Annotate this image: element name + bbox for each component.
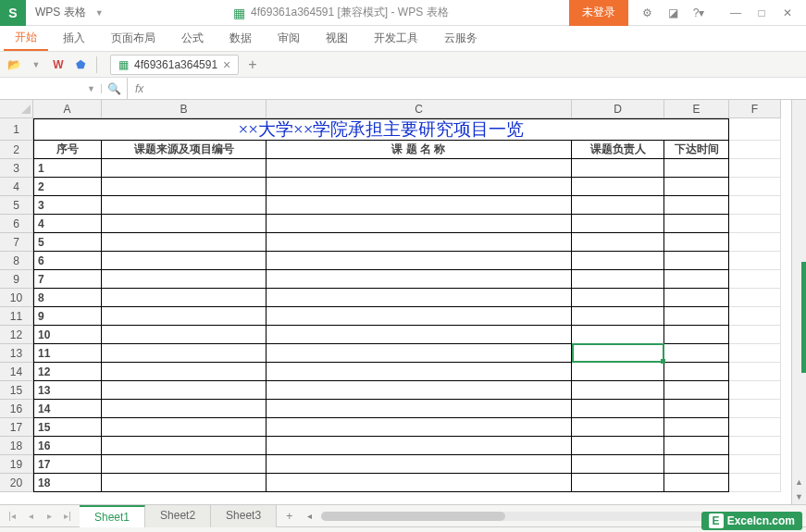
row-header[interactable]: 2 — [0, 141, 33, 159]
cell[interactable] — [102, 215, 267, 233]
header-owner[interactable]: 课题负责人 — [572, 141, 664, 159]
settings-icon[interactable]: ⚙ — [636, 2, 658, 24]
cell[interactable] — [102, 474, 267, 492]
cell[interactable] — [664, 381, 729, 400]
cell[interactable] — [664, 289, 729, 307]
cell[interactable] — [267, 178, 572, 196]
col-header-c[interactable]: C — [267, 100, 572, 118]
row-header[interactable]: 6 — [0, 215, 33, 233]
cell-seq[interactable]: 2 — [33, 178, 102, 196]
app-menu-dropdown[interactable]: ▼ — [95, 8, 113, 18]
sheet-title-cell[interactable]: ××大学××学院承担主要研究项目一览 — [33, 118, 729, 141]
sheet-nav-first-icon[interactable]: |◂ — [4, 508, 20, 525]
header-date[interactable]: 下达时间 — [664, 141, 729, 159]
cell[interactable] — [267, 418, 572, 437]
fx-search-icon[interactable]: 🔍 — [102, 78, 128, 100]
cell[interactable] — [664, 178, 729, 196]
cell[interactable] — [664, 233, 729, 252]
cell-seq[interactable]: 1 — [33, 159, 102, 178]
cell[interactable] — [572, 289, 664, 307]
open-file-icon[interactable]: 📂 — [4, 55, 24, 75]
col-header-d[interactable]: D — [572, 100, 664, 118]
cell[interactable] — [267, 381, 572, 400]
row-header[interactable]: 20 — [0, 474, 33, 492]
row-header[interactable]: 17 — [0, 418, 33, 437]
skin-icon[interactable]: ◪ — [662, 2, 684, 24]
sheet-tab-2[interactable]: Sheet2 — [145, 505, 211, 527]
cell[interactable] — [102, 326, 267, 344]
col-header-f[interactable]: F — [729, 100, 781, 118]
cell-seq[interactable]: 9 — [33, 307, 102, 326]
add-sheet-button[interactable]: + — [277, 510, 302, 523]
name-box[interactable]: ▼ — [0, 84, 102, 93]
row-header[interactable]: 4 — [0, 178, 33, 196]
cell[interactable] — [664, 344, 729, 363]
cell[interactable] — [102, 400, 267, 418]
cell[interactable] — [102, 418, 267, 437]
row-header[interactable]: 16 — [0, 400, 33, 418]
cell-seq[interactable]: 16 — [33, 437, 102, 455]
row-header[interactable]: 12 — [0, 326, 33, 344]
row-header[interactable]: 9 — [0, 270, 33, 289]
cell[interactable] — [664, 307, 729, 326]
document-tab-close-icon[interactable]: × — [223, 57, 230, 72]
login-button[interactable]: 未登录 — [569, 0, 628, 26]
cell-seq[interactable]: 7 — [33, 270, 102, 289]
cell[interactable] — [102, 363, 267, 381]
row-header[interactable]: 14 — [0, 363, 33, 381]
menu-view[interactable]: 视图 — [315, 27, 359, 50]
cell[interactable] — [572, 196, 664, 215]
row-header[interactable]: 7 — [0, 233, 33, 252]
cell[interactable] — [267, 270, 572, 289]
cell[interactable] — [572, 400, 664, 418]
menu-review[interactable]: 审阅 — [267, 27, 311, 50]
cell[interactable] — [664, 270, 729, 289]
cell-seq[interactable]: 17 — [33, 455, 102, 474]
cell[interactable] — [572, 233, 664, 252]
cell[interactable] — [729, 455, 781, 474]
cell[interactable] — [572, 270, 664, 289]
cell[interactable] — [664, 400, 729, 418]
cell[interactable] — [102, 344, 267, 363]
cell[interactable] — [572, 159, 664, 178]
cell[interactable] — [664, 196, 729, 215]
row-header[interactable]: 10 — [0, 289, 33, 307]
cell[interactable] — [664, 455, 729, 474]
cell[interactable] — [664, 363, 729, 381]
hscroll-thumb[interactable] — [321, 512, 505, 521]
cell[interactable] — [267, 215, 572, 233]
cell-seq[interactable]: 4 — [33, 215, 102, 233]
cell[interactable] — [729, 141, 781, 159]
formula-input[interactable] — [151, 79, 806, 99]
cell[interactable] — [102, 159, 267, 178]
cell[interactable] — [267, 252, 572, 270]
hscroll-left-icon[interactable]: ◂ — [307, 511, 312, 521]
cell[interactable] — [572, 178, 664, 196]
cell[interactable] — [102, 233, 267, 252]
minimize-button[interactable]: — — [725, 2, 747, 24]
row-header[interactable]: 3 — [0, 159, 33, 178]
cell[interactable] — [102, 252, 267, 270]
cell[interactable] — [664, 474, 729, 492]
cell[interactable] — [729, 196, 781, 215]
help-icon[interactable]: ?▾ — [688, 2, 710, 24]
cell-seq[interactable]: 6 — [33, 252, 102, 270]
cell[interactable] — [267, 363, 572, 381]
cell[interactable] — [572, 215, 664, 233]
cell[interactable] — [729, 307, 781, 326]
close-button[interactable]: ✕ — [776, 2, 799, 24]
col-header-a[interactable]: A — [33, 100, 102, 118]
cell[interactable] — [102, 437, 267, 455]
cell-seq[interactable]: 18 — [33, 474, 102, 492]
cell[interactable] — [729, 215, 781, 233]
cell[interactable] — [729, 289, 781, 307]
cell[interactable] — [267, 233, 572, 252]
header-source[interactable]: 课题来源及项目编号 — [102, 141, 267, 159]
cell[interactable] — [267, 400, 572, 418]
scroll-up-icon[interactable]: ▲ — [792, 475, 806, 489]
cell[interactable] — [102, 289, 267, 307]
new-tab-button[interactable]: + — [248, 56, 256, 73]
cell-seq[interactable]: 11 — [33, 344, 102, 363]
cell[interactable] — [267, 196, 572, 215]
cell-seq[interactable]: 5 — [33, 233, 102, 252]
